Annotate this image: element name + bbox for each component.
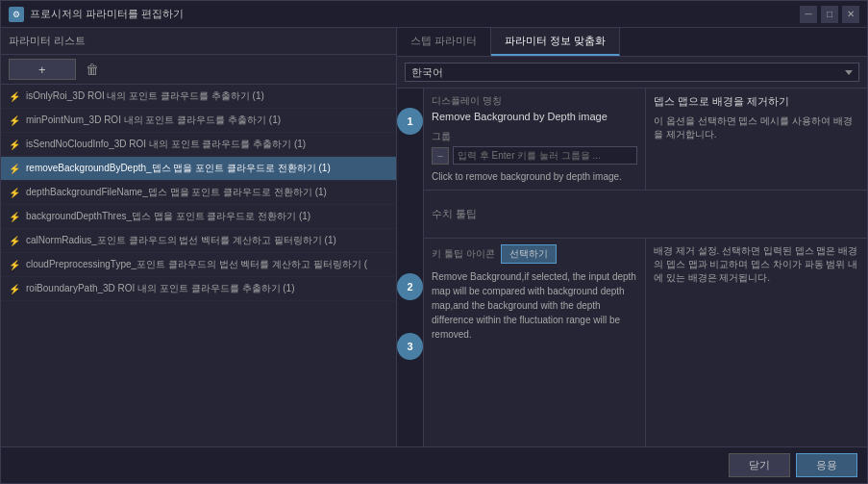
- param-icon: ⚡: [9, 115, 20, 126]
- section1-right-title: 뎁스 맵으로 배경을 제거하기: [654, 94, 859, 109]
- section3-left-desc: Remove Background,if selected, the input…: [432, 269, 637, 342]
- tooltip-icon-row: 키 툴팁 아이콘 선택하기: [432, 244, 637, 264]
- tooltip-icon-label: 키 툴팁 아이콘: [432, 247, 495, 261]
- section1-left: 디스플레이 명칭 Remove Background by Depth imag…: [424, 89, 646, 190]
- param-icon: ⚡: [9, 91, 20, 102]
- sections-container: 1 2 3 디스플레이 명칭 Remove Backgrou: [397, 89, 867, 446]
- param-icon: ⚡: [9, 140, 20, 150]
- display-name-label: 디스플레이 명칭: [432, 94, 637, 108]
- minimize-button[interactable]: ─: [800, 6, 817, 23]
- list-item[interactable]: ⚡ backgroundDepthThres_뎁스 맵을 포인트 클라우드로 전…: [1, 205, 396, 229]
- section-key-tooltip: 키 툴팁 아이콘 선택하기 Remove Background,if selec…: [424, 239, 867, 446]
- param-item-text: minPointNum_3D ROI 내의 포인트 클라우드를 추출하기 (1): [26, 114, 388, 127]
- display-name-value: Remove Background by Depth image: [432, 111, 637, 122]
- close-window-button[interactable]: ✕: [842, 6, 859, 23]
- param-icon: ⚡: [9, 164, 20, 174]
- section-numbers: 1 2 3: [397, 89, 424, 446]
- section3-right: 배경 제거 설정. 선택하면 입력된 뎁스 맵은 배경의 뎁스 맵과 비교하며 …: [646, 239, 867, 446]
- title-buttons: ─ □ ✕: [800, 6, 859, 23]
- section3-right-desc: 배경 제거 설정. 선택하면 입력된 뎁스 맵은 배경의 뎁스 맵과 비교하며 …: [654, 244, 859, 285]
- param-item-text: isSendNoCloudInfo_3D ROI 내의 포인트 클라우드를 추출…: [26, 138, 388, 151]
- add-param-button[interactable]: +: [9, 59, 76, 80]
- param-icon: ⚡: [9, 188, 20, 198]
- list-item[interactable]: ⚡ calNormRadius_포인트 클라우드의 법선 벡터를 계산하고 필터…: [1, 229, 396, 253]
- select-tooltip-icon-button[interactable]: 선택하기: [501, 244, 557, 264]
- window-title: 프로시저의 파라미터를 편집하기: [30, 7, 800, 21]
- param-item-text: depthBackgroundFileName_뎁스 맵을 포인트 클라우드로 …: [26, 186, 388, 199]
- param-list-header: 파라미터 리스트: [1, 28, 396, 55]
- param-list: ⚡ isOnlyRoi_3D ROI 내의 포인트 클라우드를 추출하기 (1)…: [1, 85, 396, 446]
- section-num-2: 2: [397, 273, 423, 300]
- tab-param-info[interactable]: 파라미터 정보 맞춤화: [491, 28, 620, 56]
- param-item-text: removeBackgroundByDepth_뎁스 맵을 포인트 클라우드로 …: [26, 162, 388, 175]
- delete-param-button[interactable]: 🗑: [80, 60, 105, 79]
- title-bar: ⚙ 프로시저의 파라미터를 편집하기 ─ □ ✕: [1, 1, 867, 28]
- main-content: 파라미터 리스트 + 🗑 ⚡ isOnlyRoi_3D ROI 내의 포인트 클…: [1, 28, 867, 446]
- close-button[interactable]: 닫기: [729, 453, 790, 477]
- main-window: ⚙ 프로시저의 파라미터를 편집하기 ─ □ ✕ 파라미터 리스트 + 🗑 ⚡ …: [0, 0, 868, 484]
- list-item[interactable]: ⚡ roiBoundaryPath_3D ROI 내의 포인트 클라우드를 추출…: [1, 277, 396, 301]
- list-item-selected[interactable]: ⚡ removeBackgroundByDepth_뎁스 맵을 포인트 클라우드…: [1, 157, 396, 181]
- bottom-bar: 닫기 응용: [1, 446, 867, 483]
- param-icon: ⚡: [9, 284, 20, 294]
- apply-button[interactable]: 응용: [796, 453, 857, 477]
- param-icon: ⚡: [9, 260, 20, 270]
- list-item[interactable]: ⚡ isOnlyRoi_3D ROI 내의 포인트 클라우드를 추출하기 (1): [1, 85, 396, 109]
- tab-step-params[interactable]: 스텝 파라미터: [397, 28, 491, 56]
- tab-bar: 스텝 파라미터 파라미터 정보 맞춤화: [397, 28, 867, 57]
- param-item-text: backgroundDepthThres_뎁스 맵을 포인트 클라우드로 전환하…: [26, 210, 388, 223]
- group-row: −: [432, 146, 637, 165]
- section-num-1: 1: [397, 108, 423, 135]
- param-item-text: roiBoundaryPath_3D ROI 내의 포인트 클라우드를 추출하기…: [26, 282, 388, 295]
- section-numeric-tooltip: 수치 툴팁: [424, 191, 867, 239]
- section3-left: 키 툴팁 아이콘 선택하기 Remove Background,if selec…: [424, 239, 646, 446]
- section1-right: 뎁스 맵으로 배경을 제거하기 이 옵션을 선택하면 뎁스 메시를 사용하여 배…: [646, 89, 867, 190]
- param-icon: ⚡: [9, 212, 20, 222]
- param-item-text: isOnlyRoi_3D ROI 내의 포인트 클라우드를 추출하기 (1): [26, 89, 388, 103]
- group-label: 그룹: [432, 130, 637, 143]
- language-selector-row: 한국어 English 中文: [397, 57, 867, 89]
- right-panel: 스텝 파라미터 파라미터 정보 맞춤화 한국어 English 中文 1: [397, 28, 867, 446]
- left-toolbar: + 🗑: [1, 55, 396, 85]
- list-item[interactable]: ⚡ depthBackgroundFileName_뎁스 맵을 포인트 클라우드…: [1, 181, 396, 205]
- section1-description: Click to remove background by depth imag…: [432, 170, 637, 184]
- section2-inner: 수치 툴팁: [424, 191, 867, 238]
- group-input[interactable]: [453, 146, 637, 165]
- section2-label: 수치 툴팁: [432, 207, 477, 221]
- section1-right-desc: 이 옵션을 선택하면 뎁스 메시를 사용하여 배경을 제거합니다.: [654, 115, 859, 141]
- param-item-text: calNormRadius_포인트 클라우드의 법선 벡터를 계산하고 필터링하…: [26, 234, 388, 247]
- left-panel: 파라미터 리스트 + 🗑 ⚡ isOnlyRoi_3D ROI 내의 포인트 클…: [1, 28, 397, 446]
- list-item[interactable]: ⚡ minPointNum_3D ROI 내의 포인트 클라우드를 추출하기 (…: [1, 109, 396, 133]
- section-num-3: 3: [397, 333, 423, 360]
- window-icon: ⚙: [9, 7, 24, 22]
- param-icon: ⚡: [9, 236, 20, 246]
- group-minus-button[interactable]: −: [432, 147, 449, 165]
- list-item[interactable]: ⚡ isSendNoCloudInfo_3D ROI 내의 포인트 클라우드를 …: [1, 133, 396, 157]
- section-display-name: 디스플레이 명칭 Remove Background by Depth imag…: [424, 89, 867, 191]
- sections-main: 디스플레이 명칭 Remove Background by Depth imag…: [424, 89, 867, 446]
- language-select[interactable]: 한국어 English 中文: [405, 63, 859, 82]
- maximize-button[interactable]: □: [821, 6, 838, 23]
- list-item[interactable]: ⚡ cloudPreprocessingType_포인트 클라우드의 법선 벡터…: [1, 253, 396, 277]
- param-item-text: cloudPreprocessingType_포인트 클라우드의 법선 벡터를 …: [26, 258, 388, 271]
